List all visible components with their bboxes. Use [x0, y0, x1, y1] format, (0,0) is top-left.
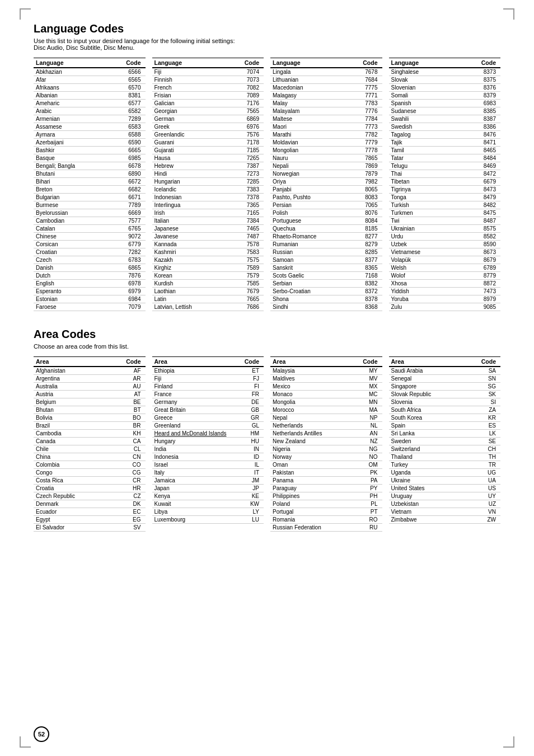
lang2-code-2: 7082: [226, 84, 264, 92]
table-row: Swedish8386: [389, 123, 501, 131]
area3-name-10: Nigeria: [270, 445, 350, 453]
lang4-code-23: 8673: [457, 248, 500, 256]
lang4-code-7: 8386: [457, 123, 500, 131]
area2-name-17: Kuwait: [152, 500, 240, 508]
lang2-name-12: Hebrew: [152, 162, 226, 170]
area4-code-4: SI: [464, 398, 500, 406]
lang3-name-10: Mongolian: [270, 147, 348, 154]
area-col4-header-code: Code: [464, 357, 500, 367]
table-row: AustriaAT: [34, 391, 146, 398]
table-row: Ameharic6577: [34, 100, 146, 107]
lang4-code-6: 8387: [457, 115, 500, 123]
area4-name-5: South Africa: [389, 406, 465, 414]
table-row: Korean7579: [152, 272, 264, 280]
table-row: NepalNP: [270, 414, 382, 422]
lang1-code-10: 6665: [109, 147, 146, 154]
lang1-name-20: Catalan: [34, 225, 109, 233]
lang3-code-4: 7783: [348, 100, 382, 107]
lang1-code-22: 6779: [109, 241, 146, 248]
table-row: ColombiaCO: [34, 461, 146, 469]
table-row: OmanOM: [270, 461, 382, 469]
lang4-code-22: 8590: [457, 241, 500, 248]
table-row: Polish8076: [270, 209, 382, 217]
lang4-code-20: 8575: [457, 225, 500, 233]
area1-name-13: Congo: [34, 469, 109, 477]
table-row: Guarani7178: [152, 139, 264, 147]
lang1-code-14: 6672: [109, 178, 146, 186]
lang1-code-8: 6588: [109, 131, 146, 139]
area2-name-2: Finland: [152, 383, 240, 391]
lang4-name-26: Wolof: [389, 272, 457, 280]
table-row: UgandaUG: [389, 469, 501, 477]
lang2-name-14: Hungarian: [152, 178, 226, 186]
area3-name-12: Oman: [270, 461, 350, 469]
table-row: ItalyIT: [152, 469, 264, 477]
lang4-code-24: 8679: [457, 256, 500, 264]
lang2-code-5: 7565: [226, 107, 264, 115]
lang3-name-9: Moldavian: [270, 139, 348, 147]
area3-code-1: MV: [350, 375, 382, 383]
table-row: CanadaCA: [34, 438, 146, 445]
area1-code-6: BO: [109, 414, 146, 422]
area3-code-3: MC: [350, 391, 382, 398]
table-row: JamaicaJM: [152, 477, 264, 485]
lang1-name-5: Arabic: [34, 107, 109, 115]
lang2-code-22: 7578: [226, 241, 264, 248]
area3-name-16: Philippines: [270, 492, 350, 500]
table-row: MalaysiaMY: [270, 367, 382, 375]
lang1-code-23: 7282: [109, 248, 146, 256]
area2-code-16: KE: [239, 492, 264, 500]
lang1-name-13: Bhutani: [34, 170, 109, 178]
lang-table-2: Language Code Fiji7074Finnish7073French7…: [152, 58, 264, 311]
table-row: Zulu9085: [389, 303, 501, 311]
area3-code-5: MA: [350, 406, 382, 414]
table-row: UkraineUA: [389, 477, 501, 485]
lang4-code-4: 6983: [457, 100, 500, 107]
lang1-code-20: 6765: [109, 225, 146, 233]
lang3-name-14: Oriya: [270, 178, 348, 186]
lang1-name-2: Afrikaans: [34, 84, 109, 92]
lang2-name-29: Latin: [152, 295, 226, 303]
area3-name-11: Norway: [270, 453, 350, 461]
table-row: Tibetan6679: [389, 178, 501, 186]
table-row: Danish6865: [34, 264, 146, 272]
area2-code-1: FJ: [239, 375, 264, 383]
lang4-name-28: Yiddish: [389, 288, 457, 295]
area3-code-7: NL: [350, 422, 382, 430]
lang2-code-29: 7665: [226, 295, 264, 303]
lang3-code-30: 8368: [348, 303, 382, 311]
table-row: Vietnamese8673: [389, 248, 501, 256]
table-row: Sanskrit8365: [270, 264, 382, 272]
lang1-code-21: 9072: [109, 233, 146, 241]
lang4-code-9: 8471: [457, 139, 500, 147]
lang1-code-5: 6582: [109, 107, 146, 115]
lang3-code-19: 8084: [348, 217, 382, 225]
table-row: Basque6985: [34, 154, 146, 162]
lang2-code-0: 7074: [226, 68, 264, 76]
area-table-3: Area Code MalaysiaMYMaldivesMVMexicoMXMo…: [270, 356, 382, 532]
lang2-name-25: Kirghiz: [152, 264, 226, 272]
area4-code-12: TR: [464, 461, 500, 469]
lang1-name-14: Bihari: [34, 178, 109, 186]
area1-code-2: AU: [109, 383, 146, 391]
lang-col4-header-lang: Language: [389, 58, 457, 68]
area3-code-10: NG: [350, 445, 382, 453]
lang1-name-22: Corsican: [34, 241, 109, 248]
area3-name-3: Monaco: [270, 391, 350, 398]
area2-code-0: ET: [239, 367, 264, 375]
lang3-name-3: Malagasy: [270, 92, 348, 100]
lang2-name-21: Javanese: [152, 233, 226, 241]
table-row: Kazakh7575: [152, 256, 264, 264]
table-row: Czech6783: [34, 256, 146, 264]
table-row: TurkeyTR: [389, 461, 501, 469]
lang3-name-18: Polish: [270, 209, 348, 217]
lang3-name-25: Sanskrit: [270, 264, 348, 272]
lang4-code-0: 8373: [457, 68, 500, 76]
table-row: Kirghiz7589: [152, 264, 264, 272]
lang4-name-12: Telugu: [389, 162, 457, 170]
lang3-name-27: Serbian: [270, 280, 348, 288]
lang3-name-5: Malayalam: [270, 107, 348, 115]
table-row: Cambodian7577: [34, 217, 146, 225]
area3-name-18: Portugal: [270, 508, 350, 516]
table-row: Czech RepublicCZ: [34, 492, 146, 500]
